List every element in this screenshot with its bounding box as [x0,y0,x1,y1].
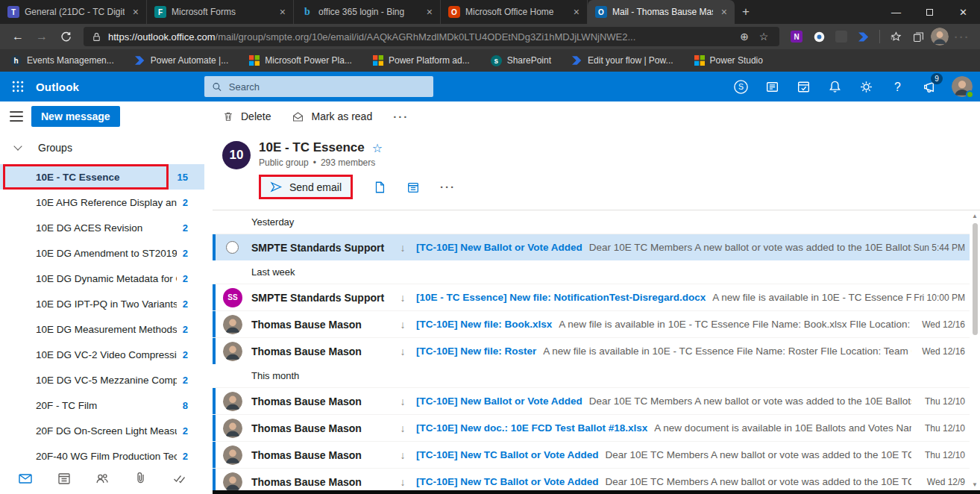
groups-label: Groups [38,142,72,154]
select-message-radio[interactable] [226,241,239,254]
bookmark-edit-your-flow[interactable]: Edit your flow | Pow... [572,55,673,66]
scroll-up-icon[interactable]: ▲ [972,211,978,222]
avatar[interactable] [223,472,242,492]
maximize-button[interactable] [913,0,946,24]
people-icon[interactable] [95,471,110,486]
groups-section-header[interactable]: Groups [0,131,204,164]
tab-close-icon[interactable]: × [718,6,730,18]
avatar[interactable] [223,445,242,465]
help-icon[interactable]: ? [889,78,905,95]
disabled-extension-icon[interactable] [832,27,851,46]
whats-new-megaphone-icon[interactable]: 9 [920,78,937,95]
send-email-button[interactable]: Send email [261,177,351,197]
email-row[interactable]: SS SMPTE Standards Support ↓ [10E - TC E… [213,284,980,310]
onenote-extension-icon[interactable]: N [787,27,806,46]
email-row[interactable]: Thomas Bause Mason ↓ [TC-10E] New file: … [213,337,980,364]
hamburger-menu-icon[interactable] [10,111,23,122]
mail-icon[interactable] [18,471,33,486]
url-field[interactable]: https://outlook.office.com/mail/group/sm… [84,27,779,46]
sidebar-item[interactable]: 10E DG ACES Revision 2 [0,215,204,240]
close-button[interactable]: ✕ [946,0,980,24]
browser-profile-avatar[interactable] [931,28,949,46]
sidebar-item[interactable]: 10E DG VC-5 Mezzanine Compre... 2 [0,367,204,393]
notifications-bell-icon[interactable] [826,78,843,95]
chevron-down-icon[interactable] [13,142,22,150]
collections-icon[interactable] [908,27,928,46]
tab-close-icon[interactable]: × [130,6,142,18]
email-row[interactable]: Thomas Bause Mason ↓ [TC-10E] New doc.: … [213,414,980,441]
sidebar-item[interactable]: 10E AHG Reference Display and ... 2 [0,190,204,215]
tab-title: Microsoft Office Home [465,7,565,17]
tab-close-icon[interactable]: × [571,6,582,18]
delete-button[interactable]: Delete [222,110,271,122]
email-preview: A new file is available in 10E - TC Esse… [712,292,911,303]
email-row[interactable]: Thomas Bause Mason ↓ [TC-10E] New TC Bal… [213,441,980,468]
skype-icon[interactable]: S [732,78,749,95]
bookmark-label: Power Studio [710,55,763,66]
avatar[interactable] [223,342,242,361]
bookmark-sharepoint[interactable]: s SharePoint [491,55,551,66]
sidebar-item[interactable]: 20F - TC Film 8 [0,393,204,418]
refresh-icon[interactable] [55,26,76,47]
more-group-options-icon[interactable]: ··· [440,181,456,193]
avatar[interactable] [223,419,242,438]
avatar[interactable] [223,392,242,411]
search-box[interactable] [204,76,433,97]
new-tab-button[interactable]: + [735,0,757,24]
sidebar-item[interactable]: 20F DG On-Screen Light Measur... 2 [0,418,204,443]
email-row[interactable]: Thomas Bause Mason ↓ [TC-10E] New file: … [213,310,980,337]
scrollbar-thumb[interactable] [973,223,978,335]
search-input[interactable] [229,81,426,93]
more-commands-icon[interactable]: ··· [393,110,409,123]
favorite-star-icon[interactable]: ☆ [754,31,773,43]
email-row[interactable]: SMPTE Standards Support ↓ [TC-10E] New B… [213,234,980,260]
browser-tab-teams[interactable]: T General (21DC - TC Digital Cinem × [0,0,147,24]
group-calendar-icon[interactable] [406,181,420,194]
sidebar-item-10e-tc-essence[interactable]: 10E - TC Essence 15 [0,164,204,190]
browser-tab-mail-active[interactable]: O Mail - Thomas Bause Mason - Ou × [588,0,735,24]
my-day-calendar-icon[interactable] [795,78,811,95]
sidebar-item[interactable]: 10E DG Measurement Methods f... 2 [0,316,204,342]
favorite-star-icon[interactable]: ☆ [372,141,383,155]
new-message-button[interactable]: New message [31,106,120,127]
sidebar-item[interactable]: 10E DG Dynamic Metadata for C... 2 [0,266,204,291]
power-automate-extension-icon[interactable] [854,27,873,46]
unread-indicator [213,415,216,441]
favorites-bar-icon[interactable] [886,27,905,46]
account-avatar[interactable] [952,76,973,97]
sidebar-item[interactable]: 10E DG VC-2 Video Compression... 2 [0,342,204,367]
bookmark-microsoft-power-platform[interactable]: Microsoft Power Pla... [249,55,352,66]
tab-close-icon[interactable]: × [424,6,436,18]
sidebar-item[interactable]: 10E DG Amendment to ST2019-... 2 [0,240,204,266]
tasks-check-icon[interactable] [172,471,186,486]
email-sender: Thomas Bause Mason [251,422,389,434]
app-launcher-icon[interactable] [0,72,36,101]
email-row[interactable]: Thomas Bause Mason ↓ [TC-10E] New Ballot… [213,387,980,414]
minimize-button[interactable]: — [879,0,913,24]
browser-menu-icon[interactable]: ··· [952,26,973,47]
bookmark-events-management[interactable]: h Events Managemen... [10,55,114,66]
bookmark-power-studio[interactable]: Power Studio [694,55,763,66]
browser-tab-bing[interactable]: b office 365 login - Bing × [294,0,441,24]
bookmark-power-automate[interactable]: Power Automate |... [135,55,229,66]
browser-tab-office[interactable]: O Microsoft Office Home × [441,0,588,24]
zoom-in-icon[interactable]: ⊕ [735,31,754,43]
avatar[interactable]: SS [223,288,242,307]
settings-gear-icon[interactable] [858,78,874,95]
extension-icon[interactable] [809,27,829,46]
sidebar-item[interactable]: 10E DG IPT-PQ in Two Variants 2 [0,291,204,316]
tab-close-icon[interactable]: × [277,6,289,18]
scroll-down-icon[interactable]: ▼ [972,480,978,490]
bookmark-power-platform-admin[interactable]: Power Platform ad... [373,55,470,66]
notes-icon[interactable] [764,78,780,95]
list-scrollbar[interactable]: ▲ ▼ [970,211,980,490]
unread-count: 2 [183,375,188,386]
mark-as-read-button[interactable]: Mark as read [292,110,372,123]
back-icon[interactable]: ← [7,26,28,47]
avatar[interactable] [223,315,242,334]
files-icon[interactable] [373,181,386,194]
attachment-icon[interactable] [134,471,148,486]
calendar-icon[interactable] [57,471,72,486]
forward-icon[interactable]: → [31,26,52,47]
browser-tab-forms[interactable]: F Microsoft Forms × [147,0,294,24]
